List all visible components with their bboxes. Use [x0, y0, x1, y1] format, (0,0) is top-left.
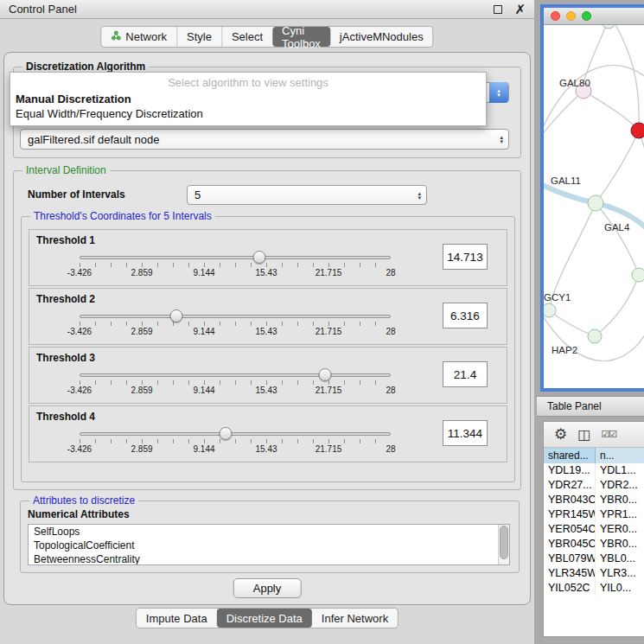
- list-item[interactable]: TopologicalCoefficient: [29, 539, 509, 552]
- threshold-value-box[interactable]: 21.4: [443, 361, 488, 387]
- list-item[interactable]: BetweennessCentrality: [29, 552, 509, 565]
- column-header-shared-name[interactable]: shared...: [544, 448, 596, 463]
- tab-discretize-data[interactable]: Discretize Data: [217, 609, 312, 628]
- table-row[interactable]: YLR345W YLR3...: [544, 566, 644, 581]
- threshold-2-panel: Threshold 2 -3.426 2.859 9.144 15.43 21.…: [29, 288, 507, 345]
- control-panel-window: Control Panel ✗ Network Style Select: [0, 0, 534, 644]
- table-row[interactable]: YDL19... YDL1...: [544, 463, 644, 478]
- threshold-3-slider[interactable]: -3.426 2.859 9.144 15.43 21.715 28: [80, 367, 391, 401]
- list-item[interactable]: SelfLoops: [29, 525, 509, 539]
- group-title: Interval Definition: [22, 164, 110, 176]
- combo-arrows-icon: ▴▾: [500, 135, 503, 143]
- cyni-toolbox-panel: Discretization Algorithm ▴▾ Select algor…: [3, 52, 531, 605]
- threshold-1-slider[interactable]: -3.426 2.859 9.144 15.43 21.715 28: [80, 249, 391, 284]
- float-window-icon[interactable]: [494, 5, 502, 14]
- table-row[interactable]: YBR045C YBR0...: [544, 537, 644, 552]
- node[interactable]: [632, 268, 644, 282]
- tab-style[interactable]: Style: [176, 27, 221, 47]
- control-panel-titlebar: Control Panel ✗: [0, 0, 534, 19]
- top-tabstrip: Network Style Select Cyni Toolbox jActiv…: [100, 26, 433, 48]
- zoom-traffic-light-icon[interactable]: [582, 11, 591, 21]
- slider-thumb[interactable]: [220, 427, 233, 440]
- interval-definition-group: Interval Definition Number of Intervals …: [13, 170, 521, 490]
- network-icon: [111, 30, 121, 43]
- algorithm-option-equal-width[interactable]: Equal Width/Frequency Discretization: [10, 106, 486, 121]
- node-label: GAL4: [604, 222, 630, 233]
- slider-track[interactable]: [80, 315, 391, 318]
- slider-scale: -3.426 2.859 9.144 15.43 21.715 28: [80, 268, 391, 278]
- node-gcy1[interactable]: [544, 303, 556, 317]
- node-label: HAP2: [552, 345, 577, 355]
- minimize-traffic-light-icon[interactable]: [566, 11, 576, 21]
- list-scrollbar[interactable]: [498, 525, 509, 564]
- tab-label: Infer Network: [322, 612, 388, 625]
- algorithm-placeholder: Select algorithm to view settings: [10, 73, 486, 92]
- node-label: GAL80: [559, 78, 590, 88]
- number-of-intervals-select[interactable]: 5 ▴▾: [187, 185, 427, 205]
- threshold-value-box[interactable]: 6.316: [443, 303, 488, 328]
- tab-jactivemnodules[interactable]: jActiveMNodules: [330, 27, 433, 47]
- thresholds-group: Threshold's Coordinates for 5 Intervals …: [21, 216, 515, 482]
- tab-network[interactable]: Network: [101, 27, 176, 47]
- table-row[interactable]: YER054C YER0...: [544, 522, 644, 537]
- group-title: Attributes to discretize: [29, 494, 138, 507]
- gear-icon[interactable]: ⚙: [554, 425, 567, 443]
- network-canvas[interactable]: GAL80 GAL11 GAL4 GCY1 HAP2: [544, 25, 644, 371]
- threshold-value-box[interactable]: 11.344: [443, 420, 488, 446]
- node-gal11[interactable]: [588, 195, 603, 211]
- table-row[interactable]: YDR27... YDR2...: [544, 478, 644, 493]
- network-window-titlebar: [544, 8, 644, 25]
- tab-label: Discretize Data: [226, 612, 303, 625]
- close-traffic-light-icon[interactable]: [551, 11, 560, 21]
- slider-ticks: [80, 380, 391, 385]
- table-data-select[interactable]: galFiltered.sif default node ▴▾: [20, 129, 509, 150]
- tab-select[interactable]: Select: [221, 27, 272, 47]
- slider-thumb[interactable]: [169, 309, 182, 322]
- table-row[interactable]: YIL052C YIL0...: [544, 581, 644, 596]
- slider-ticks: [80, 439, 391, 443]
- network-view-window: GAL80 GAL11 GAL4 GCY1 HAP2: [540, 4, 644, 392]
- number-of-intervals-label: Number of Intervals: [28, 188, 125, 201]
- table-panel-header[interactable]: Table Panel: [537, 396, 644, 417]
- tab-label: Network: [125, 30, 167, 43]
- slider-scale: -3.426 2.859 9.144 15.43 21.715 28: [80, 327, 391, 337]
- threshold-label: Threshold 1: [36, 234, 95, 246]
- slider-thumb[interactable]: [319, 368, 332, 381]
- tab-cyni-toolbox[interactable]: Cyni Toolbox: [272, 27, 330, 47]
- table-row[interactable]: YBR043C YBR0...: [544, 493, 644, 507]
- tab-label: Select: [232, 30, 263, 43]
- slider-thumb[interactable]: [252, 251, 265, 264]
- node-hap2[interactable]: [588, 329, 602, 343]
- tab-label: Impute Data: [146, 612, 207, 625]
- group-title: Threshold's Coordinates for 5 Intervals: [30, 210, 215, 222]
- algorithm-dropdown-popup: Select algorithm to view settings Manual…: [10, 72, 487, 126]
- select-columns-icon[interactable]: ☑☑: [601, 429, 616, 440]
- table-row[interactable]: YPR145W YPR1...: [544, 507, 644, 522]
- slider-ticks: [80, 263, 391, 267]
- threshold-label: Threshold 4: [36, 411, 95, 423]
- threshold-4-slider[interactable]: -3.426 2.859 9.144 15.43 21.715 28: [80, 425, 391, 460]
- node-label: GAL11: [551, 175, 581, 186]
- slider-track[interactable]: [80, 432, 391, 436]
- numerical-attributes-list: SelfLoops TopologicalCoefficient Between…: [28, 524, 510, 565]
- tab-infer-network[interactable]: Infer Network: [312, 609, 398, 628]
- slider-track[interactable]: [80, 373, 391, 377]
- combo-arrows-icon: ▴▾: [489, 82, 508, 103]
- table-row[interactable]: YBL079W YBL0...: [544, 552, 644, 566]
- node[interactable]: [602, 25, 615, 29]
- columns-icon[interactable]: ◫: [577, 426, 590, 443]
- threshold-2-slider[interactable]: -3.426 2.859 9.144 15.43 21.715 28: [80, 308, 391, 342]
- node-selected-red[interactable]: [631, 123, 644, 138]
- numerical-attributes-label: Numerical Attributes: [28, 508, 130, 520]
- tab-impute-data[interactable]: Impute Data: [137, 609, 217, 628]
- apply-button[interactable]: Apply: [233, 578, 302, 598]
- threshold-1-panel: Threshold 1 -3.426 2.859 9.144 15.43 21.…: [29, 229, 507, 286]
- threshold-value-box[interactable]: 14.713: [443, 244, 488, 270]
- slider-track[interactable]: [80, 256, 391, 259]
- scrollbar-thumb[interactable]: [500, 526, 508, 559]
- node-label: GCY1: [544, 292, 571, 303]
- column-header-name[interactable]: n...: [596, 448, 644, 463]
- close-icon[interactable]: ✗: [514, 2, 526, 17]
- table-toolbar: ⚙ ◫ ☑☑: [544, 422, 644, 448]
- algorithm-option-manual[interactable]: Manual Discretization: [10, 92, 486, 106]
